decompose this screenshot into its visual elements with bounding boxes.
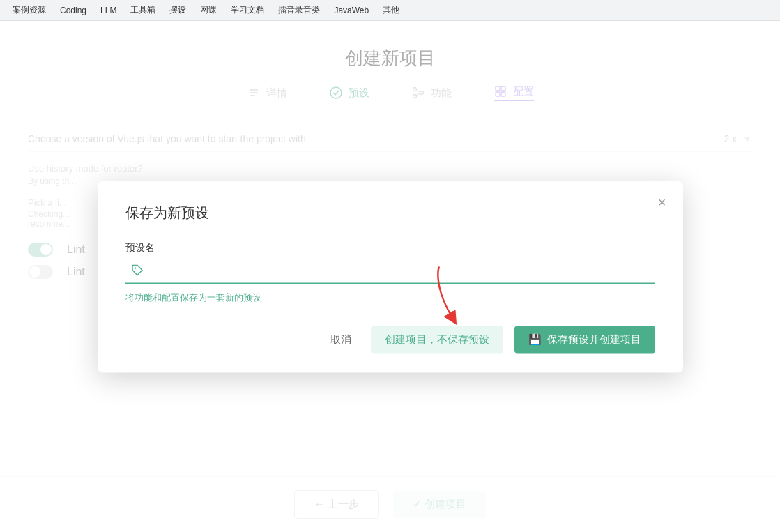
bookmark-bar: 案例资源 Coding LLM 工具箱 摆设 xyxy=(0,0,780,21)
save-and-create-button[interactable]: 💾 保存预设并创建项目 xyxy=(514,326,655,353)
preset-hint: 将功能和配置保存为一套新的预设 xyxy=(125,291,655,303)
bookmark-javaweb[interactable]: JavaWeb xyxy=(327,4,373,17)
bookmark-wangke[interactable]: 网课 xyxy=(193,3,221,17)
preset-input-wrapper xyxy=(125,259,655,284)
bookmark-baishe[interactable]: 摆设 xyxy=(162,3,190,17)
bookmark-llm[interactable]: LLM xyxy=(93,4,121,17)
bookmark-label: 擂音录音类 xyxy=(278,4,320,16)
bookmark-label: 学习文档 xyxy=(231,4,264,16)
bookmark-label: 工具箱 xyxy=(130,4,155,16)
modal-title: 保存为新预设 xyxy=(125,203,655,222)
tag-icon xyxy=(131,264,144,280)
bookmark-label: 网课 xyxy=(200,4,217,16)
bookmark-label: 摆设 xyxy=(169,4,186,16)
bookmark-others[interactable]: 其他 xyxy=(376,3,404,17)
bookmark-label: Coding xyxy=(60,6,86,15)
bookmark-案例资源[interactable]: 案例资源 xyxy=(6,3,50,17)
modal-wrapper: 保存为新预设 × 预设名 将功能和配置保存为一套新的预设 xyxy=(98,181,683,372)
save-create-label: 保存预设并创建项目 xyxy=(547,333,641,346)
preset-name-label: 预设名 xyxy=(125,241,655,254)
save-preset-modal: 保存为新预设 × 预设名 将功能和配置保存为一套新的预设 xyxy=(98,181,683,372)
cancel-button[interactable]: 取消 xyxy=(322,327,360,351)
svg-point-13 xyxy=(134,267,135,268)
main-content: 创建新项目 详情 预设 功能 xyxy=(0,21,780,532)
save-icon: 💾 xyxy=(528,333,542,346)
create-no-save-button[interactable]: 创建项目，不保存预设 xyxy=(371,326,503,353)
bookmark-tools[interactable]: 工具箱 xyxy=(123,3,160,17)
bookmark-label: JavaWeb xyxy=(334,6,369,15)
bookmark-study-docs[interactable]: 学习文档 xyxy=(224,3,268,17)
modal-footer: 取消 创建项目，不保存预设 💾 保存预设并创建项目 xyxy=(125,326,655,353)
preset-name-input[interactable] xyxy=(125,259,655,284)
bookmark-label: 其他 xyxy=(383,4,399,16)
bookmark-label: 案例资源 xyxy=(13,4,46,16)
bookmark-recording[interactable]: 擂音录音类 xyxy=(271,3,324,17)
modal-close-button[interactable]: × xyxy=(658,195,666,208)
bookmark-label: LLM xyxy=(100,6,116,15)
bookmark-coding[interactable]: Coding xyxy=(53,4,91,17)
